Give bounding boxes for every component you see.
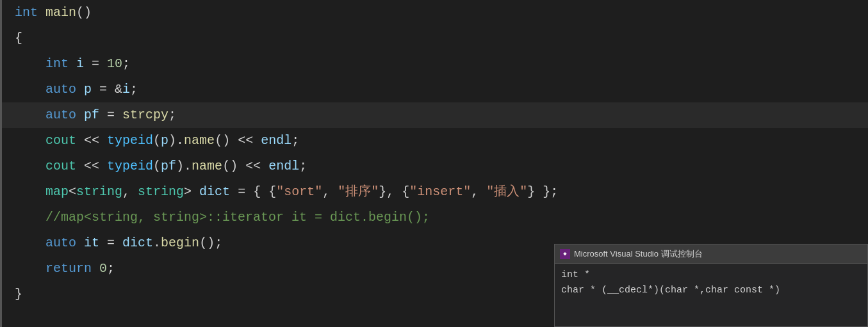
code-editor: int main () { int i = 10 ; auto p = & i … bbox=[0, 0, 868, 327]
popup-titlebar: ◆ Microsoft Visual Studio 调试控制台 bbox=[555, 244, 867, 264]
debug-console-popup[interactable]: ◆ Microsoft Visual Studio 调试控制台 int * ch… bbox=[554, 244, 868, 327]
code-line-9: //map<string, string>::iterator it = dic… bbox=[0, 205, 868, 230]
debug-line2: char * (__cdecl*)(char *,char const *) bbox=[561, 283, 861, 298]
code-line-7: cout << typeid ( pf ). name () << endl ; bbox=[0, 154, 868, 179]
vs-icon: ◆ bbox=[560, 249, 570, 259]
debug-line1: int * bbox=[561, 267, 861, 283]
code-line-1: int main () bbox=[0, 0, 868, 26]
code-line-3: int i = 10 ; bbox=[0, 51, 868, 77]
popup-content: int * char * (__cdecl*)(char *,char cons… bbox=[555, 264, 867, 302]
function-name: main bbox=[45, 0, 76, 26]
code-line-5: auto pf = strcpy ; bbox=[0, 102, 868, 128]
code-line-2: { bbox=[0, 26, 868, 51]
keyword-int: int bbox=[15, 0, 38, 26]
code-line-6: cout << typeid ( p ). name () << endl ; bbox=[0, 128, 868, 154]
code-line-4: auto p = & i ; bbox=[0, 77, 868, 102]
popup-title: Microsoft Visual Studio 调试控制台 bbox=[574, 248, 703, 260]
editor-left-border bbox=[0, 0, 2, 327]
code-line-8: map < string , string > dict = { { "sort… bbox=[0, 179, 868, 205]
